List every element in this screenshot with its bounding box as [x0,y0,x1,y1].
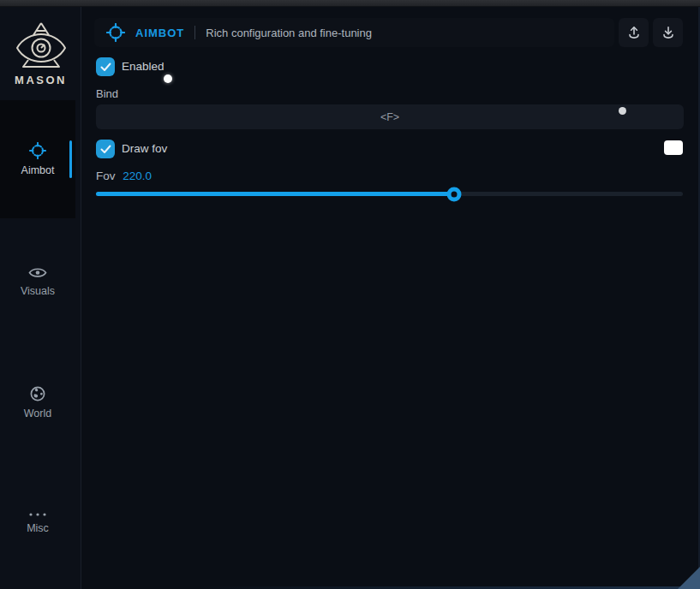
page-subtitle: Rich configuration and fine-tuning [206,27,372,39]
bind-label: Bind [96,87,118,100]
crosshair-icon [106,23,125,42]
bind-hotkey-field[interactable]: <F> [96,104,684,129]
eye-icon [28,265,47,280]
sidebar-item-visuals[interactable]: Visuals [0,221,75,342]
import-config-button[interactable] [653,18,683,47]
draw-fov-label: Draw fov [122,140,167,158]
app-window: MASON Aimbot Visuals [0,0,700,589]
check-icon [100,145,111,154]
window-top-strip [0,0,700,7]
page-header: AIMBOT Rich configuration and fine-tunin… [94,18,614,47]
sidebar-item-label: Misc [27,522,49,534]
fov-label: Fov [96,170,116,182]
enabled-checkbox[interactable] [96,57,115,76]
fov-value-row: Fov 220.0 [96,170,152,182]
fov-slider[interactable] [96,192,683,196]
globe-icon [29,385,46,402]
fov-slider-fill [96,192,454,196]
brand-logo: MASON [0,7,81,86]
page-title: AIMBOT [135,27,184,39]
fov-slider-handle[interactable] [446,187,461,201]
download-icon [661,25,676,40]
sidebar-item-aimbot[interactable]: Aimbot [0,100,75,218]
upload-icon [626,25,642,40]
export-config-button[interactable] [619,18,649,47]
resize-corner-handle[interactable] [678,567,700,589]
ellipsis-icon [28,512,47,517]
sidebar-item-misc[interactable]: Misc [0,462,75,583]
crosshair-icon [29,142,46,159]
sidebar-item-label: Aimbot [21,164,55,176]
fov-color-swatch[interactable] [664,140,683,155]
draw-fov-checkbox[interactable] [96,140,115,158]
enabled-label: Enabled [122,57,165,76]
sidebar-item-world[interactable]: World [0,342,75,462]
active-indicator-bar [69,140,72,178]
cursor-dot [164,74,172,83]
eye-pyramid-logo-icon [15,21,68,70]
cursor-dot [619,107,626,115]
sidebar-item-label: World [24,408,51,419]
brand-name: MASON [0,74,81,86]
header-divider [194,26,195,39]
bind-hotkey-value: <F> [380,111,399,123]
sidebar-item-label: Visuals [21,285,55,297]
fov-value: 220.0 [123,170,152,182]
sidebar: MASON Aimbot Visuals [0,7,81,589]
check-icon [100,62,111,72]
